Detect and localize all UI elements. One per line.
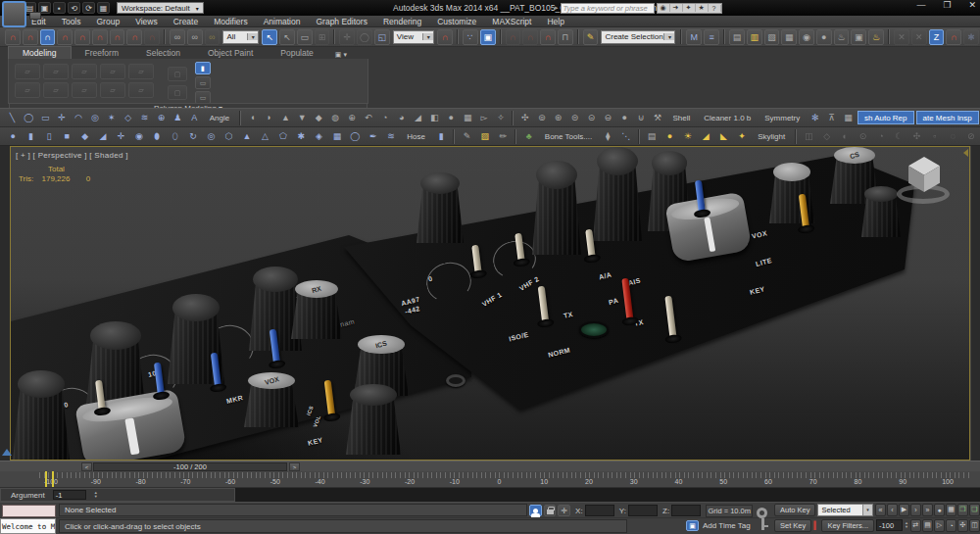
ik-chain-icon[interactable]: ⋱ bbox=[618, 128, 634, 144]
camera-target-icon[interactable]: ◫ bbox=[801, 128, 816, 144]
communication-center-icon[interactable]: ✦ bbox=[683, 4, 696, 12]
percent-snap-icon[interactable]: ∩ bbox=[522, 29, 538, 45]
bone-icon[interactable]: ⧫ bbox=[600, 128, 615, 144]
primitive-hose-icon[interactable]: ▮ bbox=[433, 128, 449, 144]
primitive-geosphere-icon[interactable]: ◉ bbox=[131, 128, 147, 144]
spline-cross-icon[interactable]: ✛ bbox=[55, 110, 70, 125]
modifier-smooth-icon[interactable]: ⊜ bbox=[567, 110, 582, 125]
mini-curve-editor-toggle[interactable] bbox=[2, 1, 26, 27]
track-bar-toggle-icon[interactable] bbox=[29, 12, 41, 20]
viewport-label[interactable]: [ + ] [ Perspective ] [ Shaded ] bbox=[16, 151, 128, 160]
primitive-chamferbox-icon[interactable]: ◆ bbox=[77, 128, 93, 144]
knob-rx[interactable]: RX bbox=[291, 280, 342, 339]
sign-in-icon[interactable]: ➜ bbox=[670, 4, 683, 12]
spline-circle-icon[interactable]: ◯ bbox=[22, 110, 36, 125]
selection-lock-toggle[interactable] bbox=[544, 505, 557, 516]
angle-button[interactable]: Angle bbox=[204, 111, 235, 124]
select-and-link-icon[interactable]: ∞ bbox=[170, 29, 185, 45]
modifier-cap-icon[interactable]: ⊍ bbox=[634, 110, 649, 125]
primitive-cone-icon[interactable]: ▲ bbox=[239, 128, 255, 144]
primitive-oiltank-icon[interactable]: ⬮ bbox=[149, 128, 165, 144]
constraint-z-button[interactable]: Z bbox=[929, 29, 945, 45]
snap-magnet-5-icon[interactable]: ∩ bbox=[92, 29, 108, 45]
next-frame-button[interactable]: › bbox=[910, 504, 921, 516]
key-mode-toggle-button[interactable]: ⇄ bbox=[910, 519, 921, 532]
z-coordinate-field[interactable] bbox=[671, 505, 701, 516]
modifier-mirror-icon[interactable]: ▻ bbox=[477, 110, 492, 125]
poly-panel-button[interactable]: ▱ bbox=[72, 82, 97, 98]
foliage-icon[interactable]: ♣ bbox=[520, 128, 536, 144]
primitive-pointhelper-icon[interactable]: ✛ bbox=[113, 128, 128, 144]
unlink-selection-icon[interactable]: ∞ bbox=[187, 29, 203, 45]
tab-modeling[interactable]: Modeling bbox=[8, 46, 72, 59]
modifier-bend-icon[interactable]: ◖ bbox=[245, 110, 260, 125]
track-bar[interactable]: -100-90-80-70-60-50-40-30-20-10010203040… bbox=[0, 471, 980, 488]
utility-point-icon[interactable]: ▫ bbox=[927, 128, 943, 144]
free-spot-icon[interactable]: ◣ bbox=[715, 128, 731, 144]
y-coordinate-field[interactable] bbox=[628, 505, 658, 516]
binoculars-icon[interactable]: ◉ bbox=[658, 4, 670, 12]
search-expand-icon[interactable]: ▸ bbox=[555, 4, 559, 12]
snap-magnet-4-icon[interactable]: ∩ bbox=[74, 29, 90, 45]
mesh-inspector-button[interactable]: ate Mesh Insp bbox=[916, 111, 979, 124]
perspective-viewport[interactable]: MKRNAV01010KEYVOLICSVOLAA97-4420VHF 1VHF… bbox=[10, 146, 970, 461]
workspace-dropdown[interactable]: Workspace: Default ▾ bbox=[117, 2, 204, 14]
maximize-button[interactable]: ❐ bbox=[943, 0, 951, 10]
snap-disabled-icon[interactable]: ∩ bbox=[144, 29, 160, 45]
render-production-icon[interactable]: ♨ bbox=[868, 29, 884, 45]
go-to-start-button[interactable]: « bbox=[875, 504, 886, 516]
target-spot-icon[interactable]: ◢ bbox=[698, 128, 713, 144]
tab-freeform[interactable]: Freeform bbox=[72, 47, 132, 59]
key-mode-dot-button[interactable]: ● bbox=[934, 504, 945, 516]
subobject-level-button[interactable]: ▭ bbox=[195, 76, 211, 89]
snap-toggle-icon[interactable]: ∩ bbox=[40, 29, 56, 45]
spline-line-icon[interactable]: ╲ bbox=[5, 110, 20, 125]
omni-light-icon[interactable]: ● bbox=[662, 128, 677, 144]
toggle-scene-explorer-icon[interactable]: ▤ bbox=[729, 29, 745, 45]
key-set-dropdown[interactable]: Selected▾ bbox=[817, 504, 873, 516]
window-crossing-icon[interactable]: ⊞ bbox=[315, 29, 330, 45]
key-filters-button[interactable]: Key Filters... bbox=[821, 519, 874, 532]
project-folder-icon[interactable]: ▦ bbox=[97, 2, 110, 14]
graphite-ribbon-icon[interactable]: ▧ bbox=[764, 29, 780, 45]
mute-button[interactable]: ✣ bbox=[957, 519, 968, 532]
go-to-end-button[interactable]: » bbox=[922, 504, 933, 516]
knob[interactable] bbox=[416, 172, 464, 243]
snap-magnet-1-icon[interactable]: ∩ bbox=[5, 29, 21, 45]
argument-spinner[interactable]: ▲▼ bbox=[94, 491, 98, 499]
snap-magnet-3-icon[interactable]: ∩ bbox=[57, 29, 73, 45]
modifier-stretch-icon[interactable]: ◆ bbox=[312, 110, 326, 125]
primitive-cylinder-icon[interactable]: ▯ bbox=[41, 128, 57, 144]
angle-snap-icon[interactable]: ∩ bbox=[506, 29, 521, 45]
ribbon-collapse-icon[interactable]: ▣ ▾ bbox=[335, 51, 347, 59]
modifier-wave-icon[interactable]: ◕ bbox=[394, 110, 409, 125]
primitive-pyramid-icon[interactable]: △ bbox=[257, 128, 272, 144]
select-and-manipulate-icon[interactable]: ∵ bbox=[463, 29, 478, 45]
set-key-button[interactable]: Set Key bbox=[774, 519, 811, 532]
cleaner-button[interactable]: Cleaner 1.0 b bbox=[698, 111, 757, 124]
biped-icon[interactable]: ♟ bbox=[171, 110, 185, 125]
layer-explorer-icon[interactable]: ▥ bbox=[747, 29, 762, 45]
minimize-button[interactable]: — bbox=[916, 0, 925, 10]
close-button[interactable]: ✕ bbox=[968, 0, 976, 10]
poly-panel-button[interactable]: ▱ bbox=[15, 82, 40, 98]
shell-button[interactable]: Shell bbox=[666, 111, 696, 124]
select-and-rotate-icon[interactable]: ◯ bbox=[357, 29, 372, 45]
hose-button[interactable]: Hose bbox=[401, 129, 431, 143]
modifier-edit-icon[interactable]: ⚒ bbox=[651, 110, 665, 125]
snap-extra-icon[interactable]: ∩ bbox=[946, 29, 961, 45]
snapshot-button[interactable]: ◫ bbox=[969, 519, 980, 532]
help-icon[interactable]: ? bbox=[709, 5, 721, 12]
primitive-spring-icon[interactable]: ≋ bbox=[383, 128, 399, 144]
utility-grid-icon[interactable]: ✣ bbox=[908, 128, 924, 144]
snap-cursor-icon[interactable]: ∩ bbox=[110, 29, 125, 45]
menu-maxscript[interactable]: MAXScript bbox=[484, 17, 539, 26]
curve-editor-icon[interactable]: ▦ bbox=[781, 29, 797, 45]
modifier-ripple-icon[interactable]: ◔ bbox=[377, 110, 392, 125]
camera-free-icon[interactable]: ◇ bbox=[819, 128, 835, 144]
edit-named-selections-icon[interactable]: ✎ bbox=[583, 29, 599, 45]
redo-icon[interactable]: ⟳ bbox=[82, 2, 95, 14]
macro-recorder-pane[interactable] bbox=[2, 505, 56, 517]
play-button[interactable]: ▶ bbox=[899, 504, 909, 516]
spinner-snap-icon[interactable]: ∩ bbox=[540, 29, 556, 45]
